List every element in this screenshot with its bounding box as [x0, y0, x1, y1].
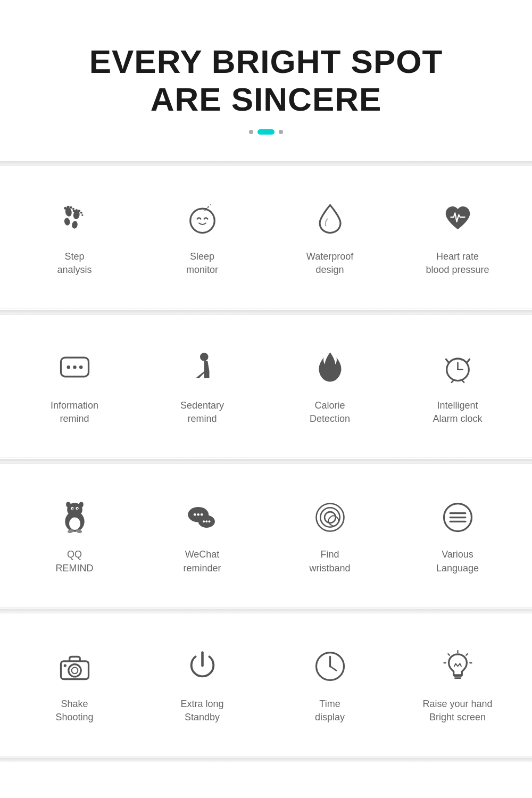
feature-sleep-monitor: Z z z Sleepmonitor — [138, 193, 266, 282]
waterproof-label: Waterproofdesign — [306, 250, 353, 277]
feature-raise-hand: Raise your handBright screen — [394, 640, 521, 729]
features-container: Stepanalysis Z z z — [0, 161, 532, 762]
extra-standby-label: Extra longStandby — [180, 697, 223, 724]
drop-icon — [309, 198, 351, 240]
divider-3 — [0, 609, 532, 613]
power-icon — [181, 645, 223, 688]
feature-alarm: IntelligentAlarm clock — [394, 342, 521, 431]
language-label: VariousLanguage — [436, 548, 479, 575]
feature-step-analysis: Stepanalysis — [11, 193, 138, 282]
divider-1 — [0, 310, 532, 314]
alarm-label: IntelligentAlarm clock — [433, 399, 482, 426]
svg-point-44 — [208, 520, 210, 522]
page-title: EVERY BRIGHT SPOT ARE SINCERE — [0, 43, 532, 119]
svg-point-6 — [70, 206, 72, 209]
svg-point-38 — [193, 513, 196, 516]
svg-point-32 — [77, 508, 78, 510]
svg-point-54 — [71, 668, 78, 674]
raise-hand-label: Raise your handBright screen — [422, 697, 492, 724]
qq-icon — [53, 496, 96, 538]
svg-point-13 — [81, 214, 83, 216]
time-display-label: Timedisplay — [315, 697, 345, 724]
svg-point-55 — [63, 664, 66, 667]
svg-point-40 — [200, 513, 203, 516]
alarm-icon — [436, 347, 479, 389]
feature-extra-standby: Extra longStandby — [138, 640, 266, 729]
feature-row-2: Informationremind Sedentaryremind — [0, 314, 532, 458]
feature-row-1: Stepanalysis Z z z — [0, 165, 532, 309]
feature-qq: QQREMIND — [11, 491, 138, 580]
target-icon — [309, 496, 351, 538]
svg-point-7 — [72, 208, 74, 210]
divider-bottom — [0, 758, 532, 762]
wechat-icon — [181, 496, 223, 538]
footprints-icon — [53, 198, 96, 240]
info-remind-label: Informationremind — [51, 399, 98, 426]
svg-line-58 — [330, 667, 336, 671]
divider-2 — [0, 459, 532, 463]
divider-top — [0, 161, 532, 165]
wechat-label: WeChatreminder — [183, 548, 221, 575]
feature-row-4: ShakeShooting Extra longStandby — [0, 613, 532, 757]
svg-point-2 — [63, 218, 70, 226]
svg-point-20 — [73, 365, 77, 369]
svg-point-10 — [75, 209, 78, 212]
feature-waterproof: Waterproofdesign — [266, 193, 394, 282]
svg-line-63 — [466, 654, 468, 655]
feature-info-remind: Informationremind — [11, 342, 138, 431]
dot-3 — [279, 130, 283, 134]
svg-point-42 — [203, 520, 205, 522]
svg-point-22 — [200, 353, 208, 361]
menu-icon — [436, 496, 479, 538]
svg-point-43 — [205, 520, 207, 522]
dot-2 — [257, 129, 275, 135]
dots-decoration — [0, 129, 532, 135]
feature-time-display: Timedisplay — [266, 640, 394, 729]
heart-rate-label: Heart rateblood pressure — [426, 250, 489, 277]
svg-point-53 — [68, 664, 80, 677]
calorie-label: CalorieDetection — [310, 399, 350, 426]
svg-point-12 — [80, 212, 82, 214]
feature-heart-rate: Heart rateblood pressure — [394, 193, 521, 282]
svg-point-5 — [66, 206, 69, 209]
feature-calorie: CalorieDetection — [266, 342, 394, 431]
svg-text:z: z — [207, 205, 209, 209]
dot-1 — [249, 130, 253, 134]
sedentary-icon — [181, 347, 223, 389]
feature-sedentary: Sedentaryremind — [138, 342, 266, 431]
svg-point-21 — [79, 365, 82, 369]
svg-point-31 — [72, 508, 73, 510]
feature-row-3: QQREMIND — [0, 463, 532, 607]
camera-icon — [53, 645, 96, 688]
svg-point-14 — [190, 209, 214, 233]
feature-find-wristband: Findwristband — [266, 491, 394, 580]
heart-rate-icon — [436, 198, 479, 240]
svg-point-28 — [69, 517, 80, 529]
feature-shake-shooting: ShakeShooting — [11, 640, 138, 729]
step-analysis-label: Stepanalysis — [57, 250, 92, 277]
svg-point-59 — [329, 666, 331, 668]
svg-line-64 — [448, 654, 450, 655]
svg-text:Z: Z — [204, 207, 207, 212]
svg-point-19 — [66, 365, 70, 369]
feature-language: VariousLanguage — [394, 491, 521, 580]
page-container: EVERY BRIGHT SPOT ARE SINCERE — [0, 0, 532, 798]
qq-label: QQREMIND — [56, 548, 94, 575]
sleep-monitor-label: Sleepmonitor — [186, 250, 218, 277]
svg-point-11 — [78, 210, 80, 212]
svg-text:z: z — [210, 203, 211, 206]
sleep-icon: Z z z — [181, 198, 223, 240]
lightbulb-icon — [436, 645, 479, 688]
flame-icon — [309, 347, 351, 389]
message-icon — [53, 347, 96, 389]
svg-point-3 — [71, 221, 78, 229]
find-wristband-label: Findwristband — [309, 548, 350, 575]
svg-point-39 — [197, 513, 200, 516]
clock-icon — [309, 645, 351, 688]
svg-point-4 — [64, 207, 66, 210]
svg-point-9 — [72, 210, 74, 212]
sedentary-label: Sedentaryremind — [180, 399, 224, 426]
header-section: EVERY BRIGHT SPOT ARE SINCERE — [0, 0, 532, 161]
feature-wechat: WeChatreminder — [138, 491, 266, 580]
shake-shooting-label: ShakeShooting — [55, 697, 93, 724]
